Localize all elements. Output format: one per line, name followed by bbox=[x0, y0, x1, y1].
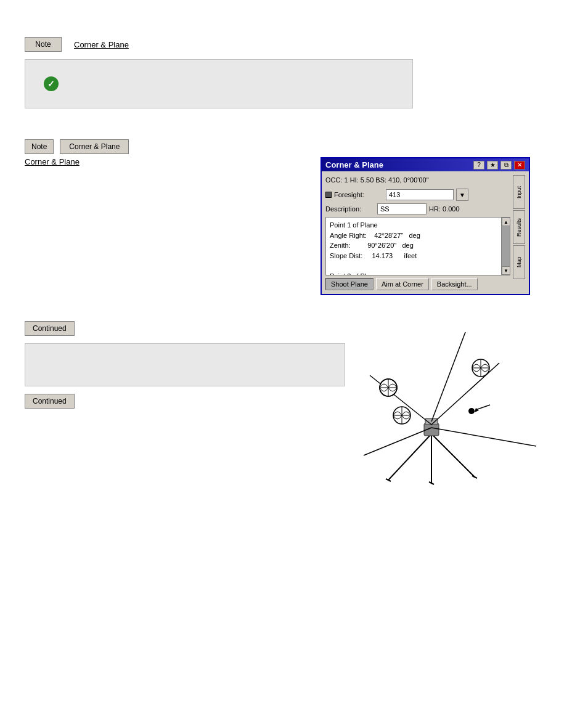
backsight-button[interactable]: Backsight... bbox=[431, 278, 478, 290]
corner-plane-button-mid[interactable]: Corner & Plane bbox=[60, 139, 129, 154]
green-checkmark: ✓ bbox=[44, 76, 59, 91]
description-label: Description: bbox=[325, 205, 375, 213]
dialog-data-content: Point 1 of Plane Angle Right: 42°28'27" … bbox=[330, 220, 506, 275]
data-line-6: Point 2 of Plane bbox=[330, 271, 506, 276]
section-top: Note Corner & Plane bbox=[25, 37, 563, 52]
info-box-top: ✓ bbox=[25, 59, 413, 108]
foresight-square-icon bbox=[325, 192, 332, 198]
svg-line-10 bbox=[364, 428, 431, 455]
svg-line-11 bbox=[431, 428, 536, 446]
dialog-close-button[interactable]: ✕ bbox=[514, 161, 525, 169]
survey-diagram bbox=[351, 314, 542, 486]
dialog-data-box: Point 1 of Plane Angle Right: 42°28'27" … bbox=[325, 217, 510, 275]
dialog-title-icons: ? ★ ⧉ ✕ bbox=[473, 161, 525, 169]
dialog-titlebar: Corner & Plane ? ★ ⧉ ✕ bbox=[322, 158, 529, 171]
dialog-sidebar: Input Results Map bbox=[513, 175, 525, 290]
foresight-row: Foresight: ▼ bbox=[325, 189, 510, 201]
bottom-info-box bbox=[25, 343, 345, 386]
dialog-star-button[interactable]: ★ bbox=[487, 161, 498, 169]
tab-map[interactable]: Map bbox=[513, 245, 525, 279]
section-3-left: Continued Continued bbox=[25, 314, 333, 486]
continued-button-bottom[interactable]: Continued bbox=[25, 394, 75, 409]
note-button-top[interactable]: Note bbox=[25, 37, 62, 52]
middle-layout: Corner & Plane Corner & Plane ? ★ ⧉ ✕ bbox=[25, 157, 563, 295]
data-line-2: Angle Right: 42°28'27" deg bbox=[330, 230, 506, 241]
svg-line-2 bbox=[431, 434, 475, 477]
dialog-window: Corner & Plane ? ★ ⧉ ✕ OCC: 1 HI: 5.50 B… bbox=[321, 157, 530, 295]
foresight-dropdown[interactable]: ▼ bbox=[456, 189, 468, 201]
svg-line-12 bbox=[431, 332, 465, 422]
section-3-right bbox=[351, 314, 549, 486]
dialog-body: OCC: 1 HI: 5.50 BS: 410, 0°00'00" Foresi… bbox=[322, 171, 529, 294]
data-line-5 bbox=[330, 261, 506, 271]
foresight-input[interactable] bbox=[386, 189, 454, 200]
hr-text: HR: 0.000 bbox=[429, 205, 460, 213]
corner-plane-link-top[interactable]: Corner & Plane bbox=[74, 40, 129, 49]
section-3: Continued Continued bbox=[25, 314, 563, 486]
svg-line-0 bbox=[388, 434, 431, 480]
dialog-help-button[interactable]: ? bbox=[473, 161, 484, 169]
data-line-4: Slope Dist: 14.173 ifeet bbox=[330, 251, 506, 261]
svg-line-24 bbox=[476, 405, 490, 410]
shoot-plane-button[interactable]: Shoot Plane bbox=[325, 278, 374, 290]
scroll-up-btn[interactable]: ▲ bbox=[502, 218, 510, 226]
scroll-down-btn[interactable]: ▼ bbox=[502, 266, 510, 275]
tab-results[interactable]: Results bbox=[513, 210, 525, 244]
scrollbar-track[interactable] bbox=[502, 226, 510, 266]
description-row: Description: HR: 0.000 bbox=[325, 203, 510, 214]
description-input[interactable] bbox=[377, 203, 427, 214]
dialog-copy-button[interactable]: ⧉ bbox=[500, 161, 512, 169]
aim-at-corner-button[interactable]: Aim at Corner bbox=[376, 278, 429, 290]
middle-left-content: Corner & Plane bbox=[25, 157, 302, 295]
dialog-title: Corner & Plane bbox=[325, 160, 383, 169]
survey-svg bbox=[351, 314, 542, 486]
dialog-scrollbar: ▲ ▼ bbox=[501, 218, 510, 275]
svg-point-23 bbox=[468, 408, 475, 414]
dialog-main: OCC: 1 HI: 5.50 BS: 410, 0°00'00" Foresi… bbox=[325, 175, 510, 290]
section-two-buttons: Note Corner & Plane bbox=[25, 139, 563, 154]
foresight-label: Foresight: bbox=[334, 191, 383, 198]
tab-input[interactable]: Input bbox=[513, 175, 525, 209]
corner-plane-dialog: Corner & Plane ? ★ ⧉ ✕ OCC: 1 HI: 5.50 B… bbox=[321, 157, 530, 295]
note-button-mid[interactable]: Note bbox=[25, 139, 54, 154]
continued-button-top[interactable]: Continued bbox=[25, 321, 75, 336]
data-line-1: Point 1 of Plane bbox=[330, 220, 506, 230]
dialog-occ-line: OCC: 1 HI: 5.50 BS: 410, 0°00'00" bbox=[325, 175, 510, 185]
data-line-3: Zenith: 90°26'20" deg bbox=[330, 240, 506, 251]
dialog-bottom-buttons: Shoot Plane Aim at Corner Backsight... bbox=[325, 278, 510, 290]
corner-plane-link-mid[interactable]: Corner & Plane bbox=[25, 157, 302, 166]
